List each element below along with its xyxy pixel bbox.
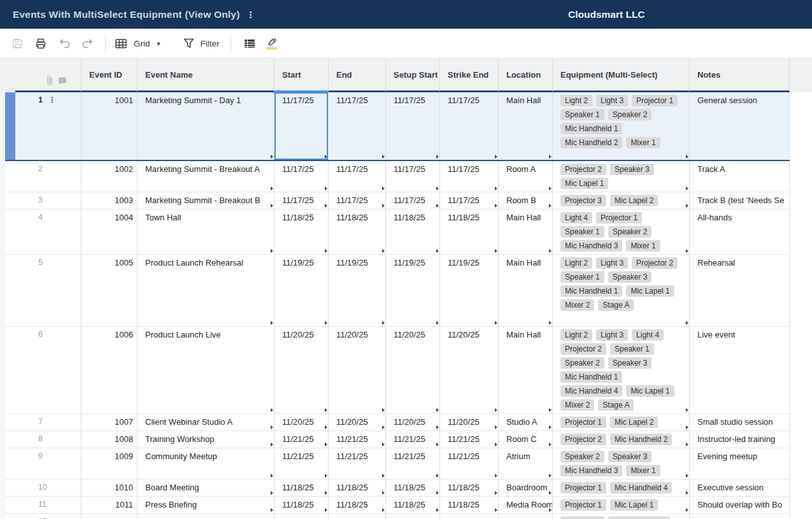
row-selection-bar[interactable] <box>5 210 15 254</box>
cell-setup_start[interactable]: 11/19/25 <box>386 255 440 326</box>
cell-end[interactable]: 11/18/25 <box>329 497 386 513</box>
cell-setup_start[interactable]: 11/17/25 <box>386 192 440 209</box>
highlighter-icon[interactable] <box>266 38 277 50</box>
cell-setup_start[interactable]: 11/18/25 <box>386 210 440 254</box>
row-selection-bar[interactable] <box>5 414 15 430</box>
cell-strike_end[interactable]: 11/18/25 <box>440 480 499 496</box>
cell-strike_end[interactable]: 11/20/25 <box>440 414 499 430</box>
row-selection-bar[interactable] <box>5 480 15 496</box>
cell-end[interactable]: 11/19/25 <box>329 255 386 326</box>
cell-event_name[interactable]: Town Hall <box>138 210 274 254</box>
redo-icon[interactable] <box>80 34 96 53</box>
cell-notes[interactable]: Rehearsal <box>690 255 790 326</box>
cell-event_id[interactable]: 1012 <box>82 514 138 519</box>
cell-strike_end[interactable]: 11/18/25 <box>440 497 499 513</box>
cell-setup_start[interactable]: 11/21/25 <box>386 431 440 448</box>
cell-event_id[interactable]: 1009 <box>82 448 138 479</box>
row-number[interactable]: 4 <box>15 210 82 254</box>
cell-start[interactable]: 11/18/25 <box>274 210 329 254</box>
cell-event_name[interactable]: Vendor Demo <box>138 514 274 519</box>
row-number[interactable]: 10 <box>15 480 82 496</box>
cell-event_id[interactable]: 1001 <box>82 92 138 160</box>
cell-event_id[interactable]: 1003 <box>82 192 138 209</box>
cell-equipment[interactable]: Light 2Light 3Projector 2Speaker 1Speake… <box>553 255 690 326</box>
cell-strike_end[interactable]: 11/17/25 <box>440 92 499 160</box>
cell-location[interactable]: Media Room <box>499 497 553 513</box>
cell-setup_start[interactable]: 11/18/25 <box>386 497 440 513</box>
column-header-equipment[interactable]: Equipment (Multi-Select) <box>553 59 690 92</box>
cell-start[interactable]: 11/21/25 <box>274 448 329 479</box>
cell-location[interactable]: Room B <box>499 192 553 209</box>
cell-location[interactable]: Boardroom <box>499 480 553 496</box>
cell-event_id[interactable]: 1011 <box>82 497 138 513</box>
column-header-end[interactable]: End <box>329 59 386 92</box>
save-icon[interactable] <box>9 34 25 53</box>
row-number[interactable]: 1⋮ <box>15 92 82 160</box>
cell-strike_end[interactable]: 11/19/25 <box>440 255 499 326</box>
cell-strike_end[interactable]: 11/20/25 <box>440 327 499 413</box>
cell-end[interactable]: 11/21/25 <box>329 431 386 448</box>
cell-equipment[interactable]: Projector 2Mic Handheld 2 <box>553 431 690 448</box>
kebab-menu-icon[interactable]: ⋮ <box>246 10 255 20</box>
cell-notes[interactable]: Live event <box>690 327 790 413</box>
cell-location[interactable]: Main Hall <box>499 92 553 160</box>
cell-notes[interactable]: Small studio session <box>690 414 790 430</box>
gutter-header[interactable] <box>15 59 82 92</box>
cell-event_id[interactable]: 1007 <box>82 414 138 430</box>
row-selection-bar[interactable] <box>5 255 15 326</box>
row-selection-bar[interactable] <box>5 448 15 479</box>
cell-event_name[interactable]: Board Meeting <box>138 480 274 496</box>
row-selection-bar[interactable] <box>5 327 15 413</box>
cell-equipment[interactable]: Speaker 2Mic Handheld 2 <box>553 514 690 519</box>
cell-end[interactable]: 11/19/25 <box>329 514 386 519</box>
column-header-start[interactable]: Start <box>274 59 329 92</box>
row-selection-bar[interactable] <box>5 92 15 160</box>
view-selector-label[interactable]: Grid <box>134 39 150 48</box>
column-header-event_id[interactable]: Event ID <box>82 59 138 92</box>
cell-end[interactable]: 11/20/25 <box>329 327 386 413</box>
cell-event_id[interactable]: 1008 <box>82 431 138 448</box>
cell-strike_end[interactable]: 11/19/25 <box>440 514 499 519</box>
row-selection-bar[interactable] <box>5 192 15 209</box>
cell-event_name[interactable]: Marketing Summit - Day 1 <box>138 92 274 160</box>
cell-notes[interactable]: General session <box>690 92 790 160</box>
cell-event_name[interactable]: Training Workshop <box>138 431 274 448</box>
cell-location[interactable]: Room D <box>499 514 553 519</box>
row-selection-bar[interactable] <box>5 431 15 448</box>
cell-event_id[interactable]: 1010 <box>82 480 138 496</box>
cell-start[interactable]: 11/17/25 <box>274 192 329 209</box>
cell-notes[interactable]: Evening meetup <box>690 448 790 479</box>
cell-strike_end[interactable]: 11/21/25 <box>440 448 499 479</box>
cell-event_name[interactable]: Product Launch Rehearsal <box>138 255 274 326</box>
cell-event_name[interactable]: Marketing Summit - Breakout B <box>138 192 274 209</box>
cell-location[interactable]: Room A <box>499 161 553 192</box>
cell-equipment[interactable]: Projector 1Mic Lapel 2 <box>553 414 690 430</box>
row-number[interactable]: 2 <box>15 161 82 192</box>
cell-start[interactable]: 11/17/25 <box>274 161 329 192</box>
cell-event_name[interactable]: Marketing Summit - Breakout A <box>138 161 274 192</box>
cell-start[interactable]: 11/18/25 <box>274 480 329 496</box>
cell-location[interactable]: Main Hall <box>499 327 553 413</box>
cell-strike_end[interactable]: 11/17/25 <box>440 192 499 209</box>
cell-notes[interactable]: All-hands <box>690 210 790 254</box>
column-header-event_name[interactable]: Event Name <box>138 59 274 92</box>
cell-start[interactable]: 11/20/25 <box>274 327 329 413</box>
row-number[interactable]: 5 <box>15 255 82 326</box>
cell-location[interactable]: Atrium <box>499 448 553 479</box>
cell-event_name[interactable]: Community Meetup <box>138 448 274 479</box>
cell-equipment[interactable]: Projector 2Speaker 3Mic Lapel 1 <box>553 161 690 192</box>
cell-strike_end[interactable]: 11/21/25 <box>440 431 499 448</box>
row-number[interactable]: 12 <box>15 514 82 519</box>
cell-event_id[interactable]: 1006 <box>82 327 138 413</box>
cell-equipment[interactable]: Projector 3Mic Lapel 2 <box>553 192 690 209</box>
cell-notes[interactable]: Track B (test 'Needs Se <box>690 192 790 209</box>
cell-start[interactable]: 11/19/25 <box>274 514 329 519</box>
undo-icon[interactable] <box>56 34 73 53</box>
row-selection-bar[interactable] <box>5 161 15 192</box>
cell-end[interactable]: 11/18/25 <box>329 210 386 254</box>
cell-notes[interactable]: Short demo <box>690 514 790 519</box>
cell-notes[interactable]: Instructor-led training <box>690 431 790 448</box>
row-number[interactable]: 7 <box>15 414 82 430</box>
column-header-location[interactable]: Location <box>499 59 553 92</box>
cell-end[interactable]: 11/21/25 <box>329 448 386 479</box>
